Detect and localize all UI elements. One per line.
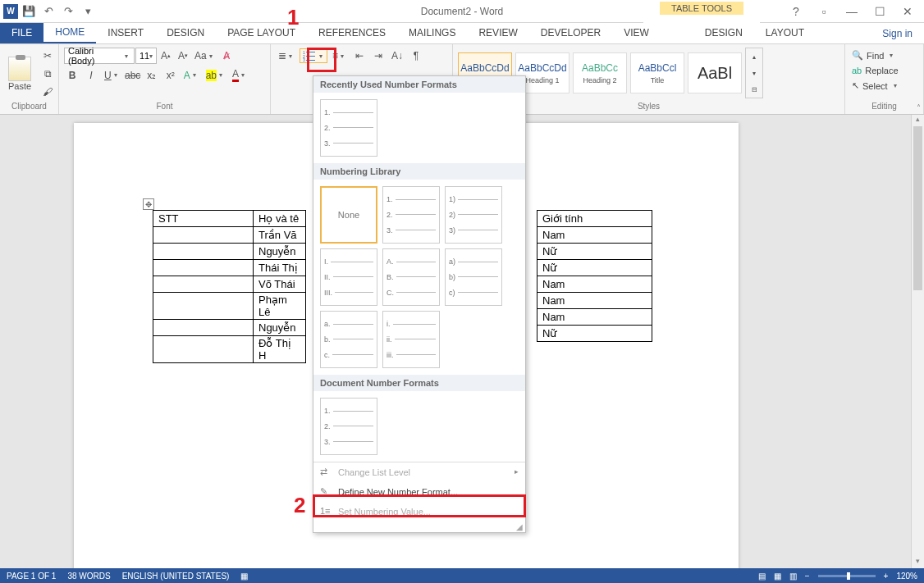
tab-table-layout[interactable]: LAYOUT: [754, 22, 816, 43]
numbering-option[interactable]: I. II. III.: [320, 248, 377, 306]
styles-expand[interactable]: ⊟: [746, 81, 762, 98]
numbering-option[interactable]: 1. 2. 3.: [382, 186, 440, 244]
table-row: Nữ: [537, 244, 652, 260]
minimize-button[interactable]: —: [842, 5, 862, 18]
svg-text:3: 3: [303, 57, 305, 61]
numbering-option[interactable]: 1) 2) 3): [445, 186, 502, 244]
section-recent: Recently Used Number Formats: [313, 76, 525, 93]
scroll-thumb[interactable]: [913, 126, 922, 290]
annotation-number-2: 2: [294, 493, 305, 518]
number-icon: 1≡: [320, 506, 331, 516]
subscript-button[interactable]: x₂: [144, 67, 160, 84]
table-move-handle[interactable]: ✥: [143, 198, 154, 210]
numbering-option[interactable]: a) b) c): [445, 248, 502, 306]
select-icon: ↖: [852, 80, 859, 91]
tab-home[interactable]: HOME: [43, 22, 96, 43]
define-new-number-format[interactable]: ✎ Define New Number Format...: [313, 482, 525, 502]
replace-button[interactable]: abReplace: [850, 63, 918, 78]
maximize-button[interactable]: ☐: [870, 5, 890, 18]
close-button[interactable]: ✕: [898, 5, 917, 18]
paste-button[interactable]: Paste: [5, 55, 34, 93]
status-page[interactable]: PAGE 1 OF 1: [7, 572, 56, 581]
document-table-2[interactable]: Giới tính Nam Nữ Nữ Nam Nam Nam Nữ: [537, 210, 652, 342]
view-print-layout[interactable]: ▦: [774, 572, 781, 581]
scroll-up-arrow[interactable]: ▴: [912, 115, 924, 126]
styles-scroll-down[interactable]: ▾: [746, 65, 762, 81]
select-button[interactable]: ↖Select ▾: [850, 78, 918, 93]
table-row: Nam: [537, 276, 652, 293]
tab-developer[interactable]: DEVELOPER: [529, 22, 612, 43]
document-numbering-option[interactable]: 1. 2. 3.: [320, 398, 377, 455]
status-macro-icon[interactable]: ▦: [240, 572, 248, 581]
tab-insert[interactable]: INSERT: [96, 22, 155, 43]
find-button[interactable]: 🔍Find ▾: [850, 48, 918, 63]
qat-customize-button[interactable]: ▾: [79, 2, 97, 20]
shrink-font-button[interactable]: A▾: [175, 48, 191, 64]
sign-in-link[interactable]: Sign in: [871, 24, 924, 43]
clear-formatting-button[interactable]: A̷: [218, 48, 235, 64]
set-numbering-value: 1≡ Set Numbering Value...: [313, 502, 525, 522]
group-editing: 🔍Find ▾ abReplace ↖Select ▾ Editing: [845, 44, 924, 114]
dropdown-resize-handle[interactable]: ◢: [313, 522, 525, 532]
style-heading-2[interactable]: AaBbCcHeading 2: [573, 52, 627, 93]
save-button[interactable]: 💾: [20, 2, 38, 20]
scroll-down-arrow[interactable]: ▾: [912, 557, 924, 568]
tab-file[interactable]: FILE: [0, 22, 43, 43]
tab-table-design[interactable]: DESIGN: [693, 22, 754, 43]
style-more[interactable]: AaBl: [688, 52, 742, 93]
zoom-in-button[interactable]: +: [884, 572, 889, 581]
copy-button[interactable]: ⧉: [39, 66, 56, 82]
help-button[interactable]: ?: [786, 5, 806, 18]
view-read-mode[interactable]: ▤: [758, 572, 766, 581]
increase-indent-button[interactable]: ⇥: [370, 48, 387, 64]
multilevel-list-button[interactable]: ≡▾: [330, 48, 349, 64]
redo-button[interactable]: ↷: [59, 2, 77, 20]
grow-font-button[interactable]: A▴: [158, 48, 174, 64]
numbering-option[interactable]: A. B. C.: [382, 248, 440, 306]
format-painter-button[interactable]: 🖌: [39, 84, 56, 100]
zoom-slider[interactable]: [818, 575, 876, 577]
font-size-combo[interactable]: 11▾: [135, 48, 157, 64]
tab-review[interactable]: REVIEW: [467, 22, 528, 43]
vertical-scrollbar[interactable]: ▴ ▾: [911, 115, 924, 568]
tab-design[interactable]: DESIGN: [155, 22, 216, 43]
collapse-ribbon-button[interactable]: ˄: [917, 103, 921, 112]
styles-scroll-up[interactable]: ▴: [746, 48, 762, 65]
undo-button[interactable]: ↶: [39, 2, 57, 20]
recent-numbering-option[interactable]: 1. 2. 3.: [320, 99, 377, 157]
table-row: Nam: [537, 227, 652, 244]
cut-button[interactable]: ✂: [39, 48, 56, 64]
numbering-option[interactable]: a. b. c.: [320, 311, 377, 368]
svg-rect-1: [306, 52, 315, 52]
italic-button[interactable]: I: [83, 67, 99, 84]
tab-references[interactable]: REFERENCES: [307, 22, 397, 43]
change-case-button[interactable]: Aa▾: [192, 48, 217, 64]
font-color-button[interactable]: A▾: [230, 66, 249, 84]
numbering-none[interactable]: None: [320, 186, 377, 244]
zoom-level[interactable]: 120%: [896, 572, 917, 581]
status-language[interactable]: ENGLISH (UNITED STATES): [122, 572, 230, 581]
section-document-formats: Document Number Formats: [313, 375, 525, 391]
numbering-option[interactable]: i. ii. iii.: [382, 311, 440, 368]
sort-button[interactable]: A↓: [389, 48, 405, 64]
document-table-1[interactable]: STTHọ và tê Trần Vă Nguyễn Thái Thị Võ T…: [153, 210, 306, 363]
font-name-combo[interactable]: Calibri (Body)▾: [64, 48, 135, 64]
text-effects-button[interactable]: A▾: [181, 67, 201, 84]
zoom-out-button[interactable]: −: [805, 572, 810, 581]
numbering-button[interactable]: 123 ▾: [300, 48, 327, 63]
underline-button[interactable]: U▾: [102, 67, 122, 84]
strikethrough-button[interactable]: abc: [125, 67, 141, 84]
group-label-editing: Editing: [850, 102, 918, 112]
view-web-layout[interactable]: ▥: [789, 572, 797, 581]
tab-view[interactable]: VIEW: [612, 22, 661, 43]
superscript-button[interactable]: x²: [162, 67, 179, 84]
bullets-button[interactable]: ≣▾: [276, 48, 297, 64]
tab-mailings[interactable]: MAILINGS: [397, 22, 467, 43]
decrease-indent-button[interactable]: ⇤: [351, 48, 368, 64]
status-word-count[interactable]: 38 WORDS: [67, 572, 110, 581]
bold-button[interactable]: B: [64, 67, 80, 84]
style-title[interactable]: AaBbCclTitle: [630, 52, 684, 93]
show-marks-button[interactable]: ¶: [408, 48, 424, 64]
highlight-button[interactable]: ab▾: [204, 67, 227, 84]
ribbon-options-button[interactable]: ▫: [814, 5, 834, 18]
